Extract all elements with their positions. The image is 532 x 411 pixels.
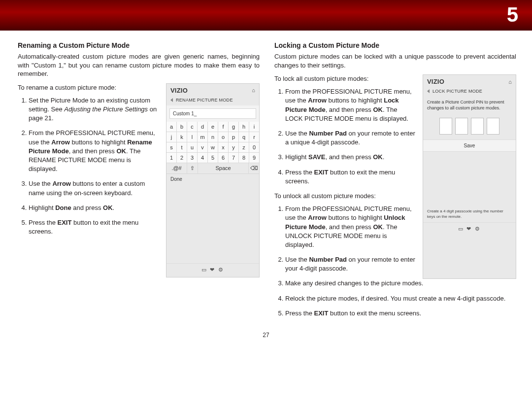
rename-screen: VIZIO ⌂ RENAME PICTURE MODE Custom 1_ ab… <box>166 83 260 277</box>
screen-subtitle: RENAME PICTURE MODE <box>176 98 233 103</box>
key[interactable]: o <box>218 132 229 142</box>
list-item: From the PROFESSIONAL PICTURE menu, use … <box>285 205 416 249</box>
key[interactable]: p <box>229 132 239 142</box>
list-item: Highlight Done and press OK. <box>29 204 159 212</box>
home-icon: ⌂ <box>252 87 255 93</box>
pin-entry[interactable] <box>423 115 516 139</box>
key[interactable]: 3 <box>187 153 198 163</box>
key[interactable]: 4 <box>198 153 208 163</box>
unlock-steps-bottom: Make any desired changes to the picture … <box>274 279 516 318</box>
key[interactable]: x <box>218 142 229 152</box>
key-symbols[interactable]: .@# <box>166 163 187 173</box>
key[interactable]: q <box>239 132 249 142</box>
back-icon <box>427 89 430 93</box>
key[interactable]: 9 <box>249 153 259 163</box>
back-icon <box>170 98 173 102</box>
chapter-number: 5 <box>507 3 518 26</box>
key[interactable]: f <box>218 122 229 132</box>
unlock-steps-top: From the PROFESSIONAL PICTURE menu, use … <box>274 205 416 273</box>
key[interactable]: 0 <box>249 142 259 152</box>
list-item: Relock the picture modes, if desired. Yo… <box>285 294 516 303</box>
right-section-title: Locking a Custom Picture Mode <box>274 41 516 49</box>
key[interactable]: s <box>166 142 177 152</box>
key[interactable]: c <box>187 122 198 132</box>
key[interactable]: 7 <box>229 153 239 163</box>
key[interactable]: k <box>177 132 187 142</box>
key[interactable]: b <box>177 122 187 132</box>
key[interactable]: u <box>187 142 198 152</box>
left-intro: Automatically-created custom picture mod… <box>18 52 260 78</box>
key[interactable]: v <box>198 142 208 152</box>
screen-footer-icons: ▭ ❤ ⚙ <box>166 263 259 277</box>
key[interactable]: j <box>166 132 177 142</box>
list-item: Press the EXIT button to exit the menu s… <box>285 309 516 318</box>
key[interactable]: a <box>166 122 177 132</box>
key[interactable]: 6 <box>218 153 229 163</box>
lock-screen: VIZIO ⌂ LOCK PICTURE MODE Create a Pictu… <box>423 74 516 279</box>
right-column: Locking a Custom Picture Mode Custom pic… <box>274 41 516 324</box>
key[interactable]: 1 <box>166 153 177 163</box>
key[interactable]: 2 <box>177 153 187 163</box>
key[interactable]: h <box>239 122 249 132</box>
list-item: Use the Number Pad on your remote to ent… <box>285 255 416 273</box>
left-column: Renaming a Custom Picture Mode Automatic… <box>18 41 260 324</box>
key-done[interactable]: Done <box>166 173 259 184</box>
list-item: Press the EXIT button to exit the menu s… <box>285 168 416 186</box>
key[interactable]: d <box>198 122 208 132</box>
list-item: Use the Arrow buttons to enter a custom … <box>29 179 159 197</box>
pin-digit[interactable] <box>455 118 468 135</box>
key[interactable]: m <box>198 132 208 142</box>
pin-digit[interactable] <box>487 118 499 135</box>
save-button[interactable]: Save <box>423 139 516 152</box>
left-lead: To rename a custom picture mode: <box>18 83 159 92</box>
list-item: Higlight SAVE, and then press OK. <box>285 153 416 162</box>
screen-footer-icons: ▭ ❤ ⚙ <box>423 222 516 236</box>
chapter-bar: 5 <box>0 0 532 31</box>
right-intro: Custom picture modes can be locked with … <box>274 52 516 69</box>
key-space[interactable]: Space <box>198 163 249 173</box>
list-item: From the PROFESSIONAL PICTURE menu, use … <box>29 129 159 173</box>
right-lead-lock: To lock all custom picture modes: <box>274 74 416 83</box>
key[interactable]: t <box>177 142 187 152</box>
right-lead-unlock: To unlock all custom picture modes: <box>274 192 416 201</box>
lock-steps: From the PROFESSIONAL PICTURE menu, use … <box>274 87 416 186</box>
key[interactable]: y <box>229 142 239 152</box>
key[interactable]: n <box>208 132 218 142</box>
list-item: Make any desired changes to the picture … <box>285 279 516 288</box>
key[interactable]: 5 <box>208 153 218 163</box>
list-item: Use the Number Pad on your remote to ent… <box>285 129 416 147</box>
screen-logo: VIZIO <box>170 87 188 94</box>
key[interactable]: r <box>249 132 259 142</box>
pin-digit[interactable] <box>471 118 484 135</box>
screen-logo: VIZIO <box>427 78 444 85</box>
lock-description: Create a Picture Control PIN to prevent … <box>423 97 516 115</box>
key[interactable]: w <box>208 142 218 152</box>
screen-subtitle: LOCK PICTURE MODE <box>432 89 482 94</box>
rename-input[interactable]: Custom 1_ <box>169 108 256 119</box>
list-item: Press the EXIT button to exit the menu s… <box>29 218 159 236</box>
key[interactable]: g <box>229 122 239 132</box>
left-steps: Set the Picture Mode to an existing cust… <box>18 96 159 236</box>
page-number: 27 <box>0 332 532 343</box>
key-shift[interactable]: ⇧ <box>187 163 198 173</box>
key[interactable]: i <box>249 122 259 132</box>
key[interactable]: z <box>239 142 249 152</box>
keyboard-bottom-row: .@# ⇧ Space ⌫ <box>166 163 259 173</box>
onscreen-keyboard[interactable]: abcdefghijklmnopqrstuvwxyz0123456789 <box>166 122 259 163</box>
list-item: Set the Picture Mode to an existing cust… <box>29 96 159 123</box>
home-icon: ⌂ <box>508 79 512 85</box>
list-item: From the PROFESSIONAL PICTURE menu, use … <box>285 87 416 123</box>
lock-footnote: Create a 4 digit passcode using the numb… <box>423 206 516 222</box>
key[interactable]: 8 <box>239 153 249 163</box>
left-section-title: Renaming a Custom Picture Mode <box>18 41 260 49</box>
pin-digit[interactable] <box>439 118 452 135</box>
key[interactable]: e <box>208 122 218 132</box>
key[interactable]: l <box>187 132 198 142</box>
key-backspace[interactable]: ⌫ <box>249 163 259 173</box>
